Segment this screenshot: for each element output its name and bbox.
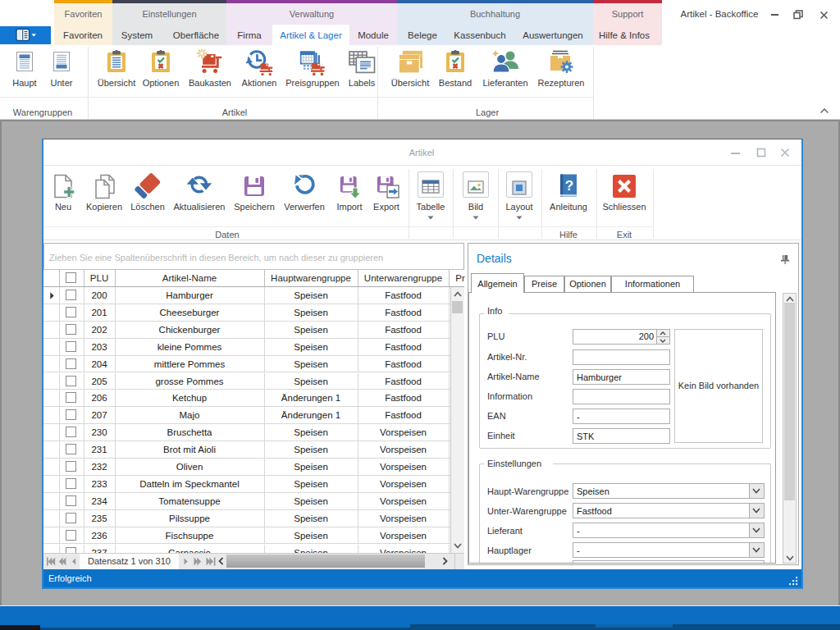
svg-text:?: ?	[565, 178, 573, 194]
